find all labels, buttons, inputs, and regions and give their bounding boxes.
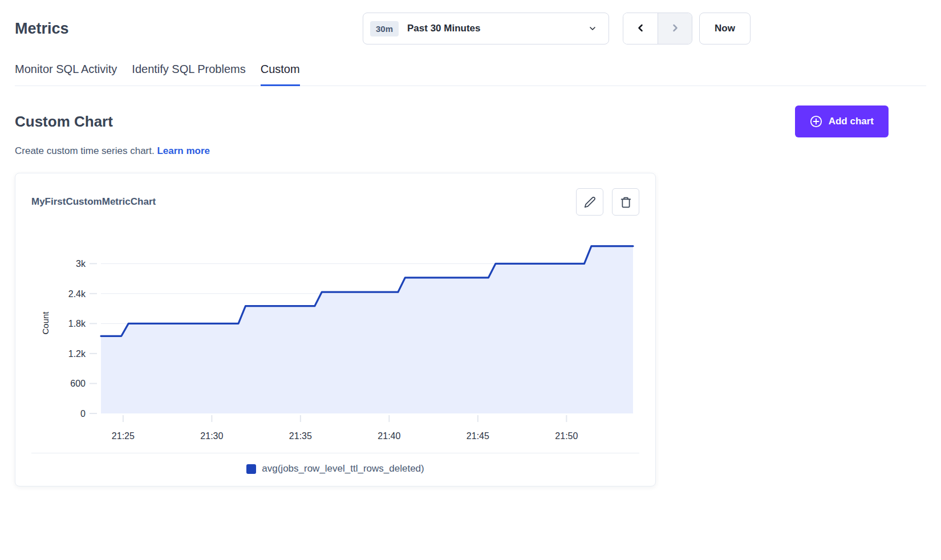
chart-card-header: MyFirstCustomMetricChart bbox=[31, 188, 639, 216]
page-title: Metrics bbox=[15, 13, 69, 44]
chevron-down-icon bbox=[588, 24, 597, 33]
time-controls: 30m Past 30 Minutes Now bbox=[363, 13, 751, 44]
time-series-chart[interactable]: 06001.2k1.8k2.4k3k21:2521:3021:3521:4021… bbox=[31, 222, 640, 451]
tab-custom[interactable]: Custom bbox=[261, 58, 300, 86]
chevron-right-icon bbox=[670, 22, 681, 35]
legend-label: avg(jobs_row_level_ttl_rows_deleted) bbox=[262, 463, 424, 474]
add-chart-button[interactable]: Add chart bbox=[795, 105, 889, 137]
section-title: Custom Chart bbox=[15, 113, 113, 131]
page-header: Metrics 30m Past 30 Minutes Now bbox=[15, 13, 941, 44]
plus-circle-icon bbox=[810, 115, 822, 128]
chart-title: MyFirstCustomMetricChart bbox=[31, 196, 156, 208]
y-tick-label: 0 bbox=[80, 409, 86, 419]
next-interval-button[interactable] bbox=[658, 13, 692, 44]
section-header: Custom Chart Add chart bbox=[15, 105, 941, 137]
time-range-label: Past 30 Minutes bbox=[407, 23, 481, 34]
tab-monitor-sql-activity[interactable]: Monitor SQL Activity bbox=[15, 58, 117, 86]
time-range-dropdown[interactable]: 30m Past 30 Minutes bbox=[363, 13, 609, 44]
edit-chart-button[interactable] bbox=[576, 188, 603, 216]
x-tick-label: 21:35 bbox=[289, 431, 312, 441]
x-tick-label: 21:30 bbox=[200, 431, 223, 441]
x-tick-label: 21:25 bbox=[112, 431, 135, 441]
delete-chart-button[interactable] bbox=[612, 188, 639, 216]
y-tick-label: 1.2k bbox=[68, 349, 86, 359]
legend-swatch bbox=[246, 464, 256, 474]
chevron-left-icon bbox=[635, 22, 646, 35]
tab-identify-sql-problems[interactable]: Identify SQL Problems bbox=[132, 58, 245, 86]
y-axis-title: Count bbox=[40, 311, 50, 335]
series-area bbox=[101, 246, 633, 413]
add-chart-label: Add chart bbox=[829, 116, 874, 127]
y-tick-label: 2.4k bbox=[68, 289, 86, 299]
time-range-badge: 30m bbox=[370, 21, 399, 36]
chart-legend: avg(jobs_row_level_ttl_rows_deleted) bbox=[31, 453, 639, 486]
description-text: Create custom time series chart. bbox=[15, 145, 155, 156]
now-button[interactable]: Now bbox=[699, 13, 751, 44]
chart-actions bbox=[576, 188, 639, 216]
learn-more-link[interactable]: Learn more bbox=[157, 145, 210, 156]
tab-bar: Monitor SQL Activity Identify SQL Proble… bbox=[15, 58, 926, 86]
trash-icon bbox=[620, 196, 632, 208]
custom-chart-card: MyFirstCustomMetricChart 06001.2k1.8k2.4… bbox=[15, 173, 656, 486]
x-tick-label: 21:50 bbox=[555, 431, 578, 441]
legend-item[interactable]: avg(jobs_row_level_ttl_rows_deleted) bbox=[246, 463, 424, 474]
y-tick-label: 1.8k bbox=[68, 319, 86, 328]
pencil-icon bbox=[584, 196, 596, 208]
y-tick-label: 600 bbox=[70, 379, 86, 388]
x-tick-label: 21:45 bbox=[467, 431, 489, 441]
time-step-buttons bbox=[623, 13, 692, 44]
section-description: Create custom time series chart. Learn m… bbox=[15, 145, 941, 157]
x-tick-label: 21:40 bbox=[378, 431, 400, 441]
y-tick-label: 3k bbox=[76, 259, 86, 269]
previous-interval-button[interactable] bbox=[623, 13, 658, 44]
